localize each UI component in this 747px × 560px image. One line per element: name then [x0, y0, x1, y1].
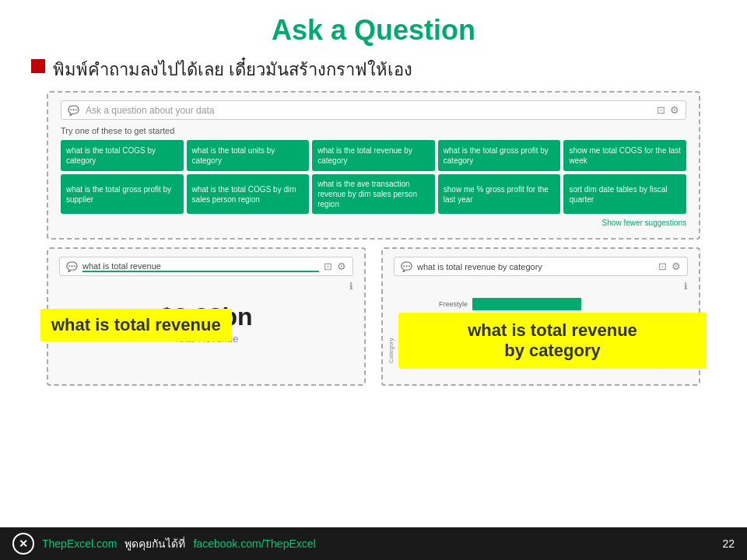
right-info-icon[interactable]: ℹ [394, 281, 688, 292]
suggestion-1[interactable]: what is the total COGS by category [61, 140, 184, 171]
left-demo-box: 💬 what is total revenue ⊡ ⚙ ℹ $3.28bn To… [47, 247, 366, 386]
right-search-input[interactable]: what is total revenue by category [417, 262, 654, 271]
bar-label-1: Freestyle [417, 300, 468, 308]
left-export-icon[interactable]: ⊡ [324, 261, 332, 272]
suggestion-8[interactable]: what is the ave transaction revenue by d… [312, 174, 435, 214]
left-info-icon[interactable]: ℹ [59, 281, 353, 292]
footer-site1-link[interactable]: ThepExcel.com [42, 537, 117, 550]
right-settings-icon[interactable]: ⚙ [672, 261, 681, 272]
bottom-section: 💬 what is total revenue ⊡ ⚙ ℹ $3.28bn To… [47, 247, 700, 386]
footer-divider-text: พูดคุยกันได้ที่ [124, 535, 185, 552]
suggestions-row2: what is the total gross profit by suppli… [61, 174, 686, 214]
page-header: Ask a Question [0, 0, 747, 53]
top-demo-box: 💬 Ask a question about your data ⊡ ⚙ Try… [47, 91, 700, 240]
right-chat-icon: 💬 [401, 261, 412, 272]
suggestion-9[interactable]: show me % gross profit for the last year [438, 174, 561, 214]
left-settings-icon[interactable]: ⚙ [337, 261, 346, 272]
category-axis-label: Category [388, 338, 395, 362]
left-yellow-highlight: what is total revenue [40, 309, 232, 341]
chat-icon: 💬 [68, 105, 79, 116]
bullet-icon [31, 59, 45, 73]
suggestion-3[interactable]: what is the total revenue by category [312, 140, 435, 171]
suggestion-6[interactable]: what is the total gross profit by suppli… [61, 174, 184, 214]
right-search-bar[interactable]: 💬 what is total revenue by category ⊡ ⚙ [394, 257, 688, 276]
suggestions-label: Try one of these to get started [61, 126, 686, 135]
footer-site2-link[interactable]: facebook.com/ThepExcel [193, 537, 315, 550]
footer: ✕ ThepExcel.com พูดคุยกันได้ที่ facebook… [0, 527, 747, 560]
footer-page-number: 22 [722, 537, 735, 550]
suggestion-2[interactable]: what is the total units by category [187, 140, 310, 171]
bullet-text: พิมพ์คำถามลงไปได้เลย เดี๋ยวมันสร้างกราฟใ… [53, 56, 412, 83]
suggestion-5[interactable]: show me total COGS for the last week [563, 140, 686, 171]
left-search-input[interactable]: what is total revenue [82, 261, 319, 272]
bar-1 [472, 298, 581, 310]
bar-row-1: Freestyle [417, 298, 680, 310]
page-title: Ask a Question [0, 14, 747, 47]
right-yellow-highlight: what is total revenue by category [398, 313, 707, 369]
suggestion-4[interactable]: what is the total gross profit by catego… [438, 140, 561, 171]
suggestions-row1: what is the total COGS by category what … [61, 140, 686, 171]
settings-icon[interactable]: ⚙ [670, 104, 679, 116]
suggestion-7[interactable]: what is the total COGS by dim sales pers… [187, 174, 310, 214]
search-bar-icons: ⊡ ⚙ [657, 104, 679, 116]
right-highlight-line1: what is total revenue [468, 320, 637, 340]
footer-logo: ✕ [12, 533, 34, 555]
top-search-input[interactable]: Ask a question about your data [86, 105, 651, 116]
show-fewer-link[interactable]: Show fewer suggestions [61, 219, 686, 227]
left-search-bar[interactable]: 💬 what is total revenue ⊡ ⚙ [59, 257, 353, 276]
right-demo-box: 💬 what is total revenue by category ⊡ ⚙ … [381, 247, 700, 386]
right-export-icon[interactable]: ⊡ [658, 261, 667, 272]
suggestion-10[interactable]: sort dim date tables by fiscal quarter [563, 174, 686, 214]
top-search-bar[interactable]: 💬 Ask a question about your data ⊡ ⚙ [61, 100, 686, 120]
export-icon[interactable]: ⊡ [657, 104, 665, 116]
left-chat-icon: 💬 [66, 261, 78, 272]
right-highlight-line2: by category [504, 341, 601, 360]
bullet-section: พิมพ์คำถามลงไปได้เลย เดี๋ยวมันสร้างกราฟใ… [0, 53, 747, 91]
